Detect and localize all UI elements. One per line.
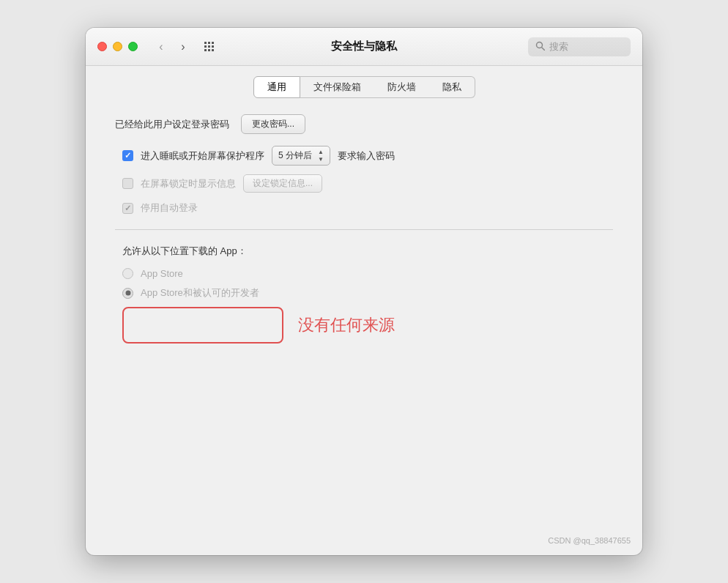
window-title: 安全性与隐私 bbox=[331, 40, 397, 53]
svg-rect-6 bbox=[204, 49, 207, 51]
search-box[interactable]: 搜索 bbox=[528, 37, 631, 56]
download-section: 允许从以下位置下载的 App： App Store App Store和被认可的… bbox=[115, 245, 613, 344]
auto-login-row: 停用自动登录 bbox=[115, 201, 613, 215]
tab-bar: 通用 文件保险箱 防火墙 隐私 bbox=[86, 66, 642, 107]
dropdown-arrows: ▲ ▼ bbox=[318, 149, 324, 163]
lock-screen-label: 在屏幕锁定时显示信息 bbox=[141, 177, 236, 190]
back-button[interactable]: ‹ bbox=[152, 38, 170, 56]
svg-rect-0 bbox=[204, 42, 207, 44]
no-source-text: 没有任何来源 bbox=[298, 314, 395, 336]
appstore-developers-option: App Store和被认可的开发者 bbox=[122, 286, 613, 300]
title-bar: ‹ › 安全性与隐私 搜索 bbox=[86, 28, 642, 66]
forward-button[interactable]: › bbox=[174, 38, 192, 56]
sleep-label: 进入睡眠或开始屏幕保护程序 bbox=[141, 149, 264, 163]
appstore-radio[interactable] bbox=[122, 268, 133, 279]
tab-filevault[interactable]: 文件保险箱 bbox=[300, 76, 374, 98]
content-area: 已经给此用户设定登录密码 更改密码... 进入睡眠或开始屏幕保护程序 5 分钟后… bbox=[86, 107, 642, 555]
appstore-developers-radio[interactable] bbox=[122, 288, 133, 299]
nav-buttons: ‹ › bbox=[152, 38, 192, 56]
close-button[interactable] bbox=[97, 42, 107, 51]
sleep-option-row: 进入睡眠或开始屏幕保护程序 5 分钟后 ▲ ▼ 要求输入密码 bbox=[115, 146, 613, 166]
svg-rect-2 bbox=[212, 42, 214, 44]
watermark: CSDN @qq_38847655 bbox=[548, 536, 631, 545]
download-title: 允许从以下位置下载的 App： bbox=[122, 245, 613, 258]
tab-privacy[interactable]: 隐私 bbox=[429, 76, 475, 98]
svg-rect-4 bbox=[208, 45, 210, 48]
lock-screen-checkbox[interactable] bbox=[122, 178, 133, 189]
password-section: 已经给此用户设定登录密码 更改密码... bbox=[115, 114, 613, 134]
tab-general[interactable]: 通用 bbox=[253, 76, 300, 98]
svg-line-10 bbox=[542, 48, 545, 51]
tab-firewall[interactable]: 防火墙 bbox=[374, 76, 429, 98]
time-dropdown[interactable]: 5 分钟后 ▲ ▼ bbox=[272, 146, 330, 166]
lock-screen-row: 在屏幕锁定时显示信息 设定锁定信息... bbox=[115, 174, 613, 193]
svg-rect-5 bbox=[212, 45, 214, 48]
svg-rect-8 bbox=[212, 49, 214, 51]
svg-rect-3 bbox=[204, 45, 207, 48]
sleep-checkbox[interactable] bbox=[122, 150, 133, 161]
require-password-label: 要求输入密码 bbox=[338, 149, 395, 163]
svg-point-9 bbox=[537, 42, 543, 48]
traffic-lights bbox=[97, 42, 138, 51]
source-box-row: 没有任何来源 bbox=[122, 307, 613, 344]
auto-login-label: 停用自动登录 bbox=[141, 201, 198, 215]
appstore-label: App Store bbox=[141, 268, 183, 279]
password-label: 已经给此用户设定登录密码 bbox=[115, 118, 229, 131]
maximize-button[interactable] bbox=[128, 42, 138, 51]
search-icon bbox=[535, 41, 545, 53]
appstore-developers-label: App Store和被认可的开发者 bbox=[141, 286, 259, 300]
main-window: ‹ › 安全性与隐私 搜索 bbox=[86, 28, 642, 555]
section-divider bbox=[115, 229, 613, 230]
search-placeholder: 搜索 bbox=[549, 40, 568, 53]
source-box bbox=[122, 307, 283, 344]
appstore-only-option: App Store bbox=[122, 268, 613, 279]
minimize-button[interactable] bbox=[113, 42, 122, 51]
auto-login-checkbox[interactable] bbox=[122, 203, 133, 214]
svg-rect-1 bbox=[208, 42, 210, 44]
change-password-button[interactable]: 更改密码... bbox=[241, 114, 305, 134]
grid-icon[interactable] bbox=[201, 38, 218, 56]
dropdown-value: 5 分钟后 bbox=[278, 149, 312, 162]
set-lock-button[interactable]: 设定锁定信息... bbox=[243, 174, 322, 193]
svg-rect-7 bbox=[208, 49, 210, 51]
